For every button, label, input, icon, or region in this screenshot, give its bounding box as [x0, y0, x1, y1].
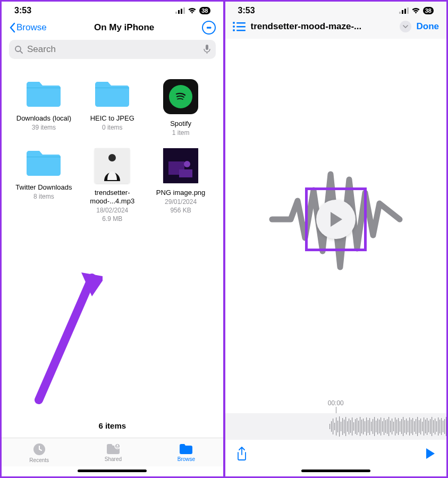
back-button[interactable]: Browse: [9, 22, 47, 33]
svg-rect-59: [377, 419, 378, 434]
svg-rect-82: [414, 421, 415, 432]
svg-rect-44: [353, 422, 354, 431]
home-indicator[interactable]: [301, 470, 370, 472]
play-button-small[interactable]: [425, 447, 436, 460]
svg-rect-6: [206, 45, 208, 50]
svg-rect-78: [408, 421, 408, 432]
svg-line-5: [20, 51, 22, 53]
svg-rect-35: [339, 416, 340, 437]
time-label: 3:53: [14, 6, 31, 15]
item-sub: 39 items: [32, 124, 56, 132]
back-label: Browse: [16, 22, 47, 33]
svg-rect-52: [366, 417, 367, 436]
svg-rect-94: [433, 420, 434, 433]
more-button[interactable]: •••: [202, 21, 216, 35]
tab-bar: Recents Shared Browse: [2, 438, 223, 466]
nav-bar: Browse On My iPhone •••: [2, 18, 223, 40]
wifi-icon: [188, 7, 197, 14]
search-icon: [14, 45, 23, 54]
item-date: 18/02/2024: [96, 207, 128, 215]
svg-rect-73: [400, 421, 400, 432]
folder-downloads[interactable]: Downloads (local) 39 items: [12, 79, 75, 138]
svg-rect-89: [425, 420, 426, 433]
svg-rect-26: [236, 26, 246, 28]
svg-rect-101: [444, 419, 445, 434]
svg-rect-40: [347, 421, 348, 432]
svg-point-9: [108, 154, 116, 161]
play-button[interactable]: [316, 200, 356, 239]
svg-rect-85: [419, 420, 419, 433]
svg-rect-68: [392, 419, 392, 434]
svg-rect-53: [368, 420, 368, 433]
page-title: On My iPhone: [94, 22, 154, 33]
svg-rect-76: [404, 420, 405, 433]
svg-rect-87: [422, 422, 422, 431]
svg-rect-67: [390, 421, 391, 432]
svg-rect-41: [349, 419, 349, 434]
svg-rect-28: [236, 30, 246, 31]
svg-rect-81: [412, 418, 413, 435]
svg-rect-95: [435, 419, 435, 434]
share-button[interactable]: [236, 446, 248, 461]
svg-rect-84: [417, 417, 418, 436]
svg-rect-20: [402, 10, 403, 14]
file-title: trendsetter-mood-maze-...: [251, 21, 395, 32]
folder-icon: [93, 79, 131, 109]
svg-rect-34: [337, 421, 338, 432]
svg-rect-19: [399, 12, 401, 14]
item-label: Spotify: [170, 120, 191, 128]
folder-spotify[interactable]: Spotify 1 item: [149, 79, 213, 138]
svg-rect-60: [379, 420, 379, 433]
tab-label: Browse: [177, 456, 195, 462]
home-indicator[interactable]: [78, 470, 147, 472]
clock-icon: [32, 442, 46, 456]
svg-rect-49: [361, 420, 362, 433]
file-mp3[interactable]: trendsetter-mood-...4.mp3 18/02/2024 6.9…: [81, 148, 144, 224]
chevron-left-icon: [9, 22, 15, 33]
svg-rect-57: [374, 417, 375, 436]
status-bar: 3:53 38: [225, 2, 447, 18]
svg-rect-96: [436, 421, 437, 432]
folder-icon: [179, 442, 193, 455]
search-input[interactable]: [27, 44, 199, 55]
svg-rect-0: [175, 12, 177, 14]
bottom-controls: [225, 440, 447, 466]
cellular-icon: [175, 7, 185, 14]
dropdown-button[interactable]: [400, 21, 411, 32]
files-app-screen: 3:53 38 Browse On My iPhone ••• Download…: [2, 2, 223, 476]
tab-shared[interactable]: Shared: [105, 442, 122, 463]
time-label: 3:53: [238, 6, 255, 15]
shared-folder-icon: [106, 442, 121, 455]
svg-rect-72: [398, 418, 399, 435]
folder-twitter[interactable]: Twitter Downloads 8 items: [12, 148, 75, 224]
item-date: 29/01/2024: [165, 198, 197, 207]
svg-rect-46: [357, 418, 357, 435]
done-button[interactable]: Done: [417, 21, 439, 32]
scrubber[interactable]: [225, 413, 447, 440]
svg-rect-13: [179, 169, 192, 177]
folder-heic[interactable]: HEIC to JPEG 0 items: [81, 79, 144, 138]
tab-recents[interactable]: Recents: [29, 442, 49, 463]
item-sub: 0 items: [102, 124, 123, 132]
svg-rect-69: [393, 422, 394, 431]
tab-browse[interactable]: Browse: [177, 442, 195, 463]
svg-rect-55: [371, 422, 371, 431]
item-label: PNG image.png: [156, 189, 206, 197]
svg-rect-97: [438, 417, 438, 436]
search-field[interactable]: [9, 40, 216, 59]
list-icon[interactable]: [233, 22, 246, 31]
mic-icon[interactable]: [204, 45, 210, 54]
svg-rect-92: [430, 419, 430, 434]
wifi-icon: [411, 7, 420, 14]
svg-rect-51: [365, 421, 365, 432]
item-sub: 1 item: [172, 129, 190, 138]
svg-rect-30: [331, 421, 332, 432]
svg-rect-66: [388, 417, 389, 436]
svg-rect-79: [409, 417, 410, 436]
svg-rect-32: [334, 423, 335, 430]
svg-rect-65: [387, 419, 387, 434]
svg-point-12: [184, 161, 190, 167]
file-png[interactable]: PNG image.png 29/01/2024 956 KB: [149, 148, 213, 224]
item-sub: 8 items: [33, 193, 54, 201]
svg-rect-37: [342, 418, 343, 435]
